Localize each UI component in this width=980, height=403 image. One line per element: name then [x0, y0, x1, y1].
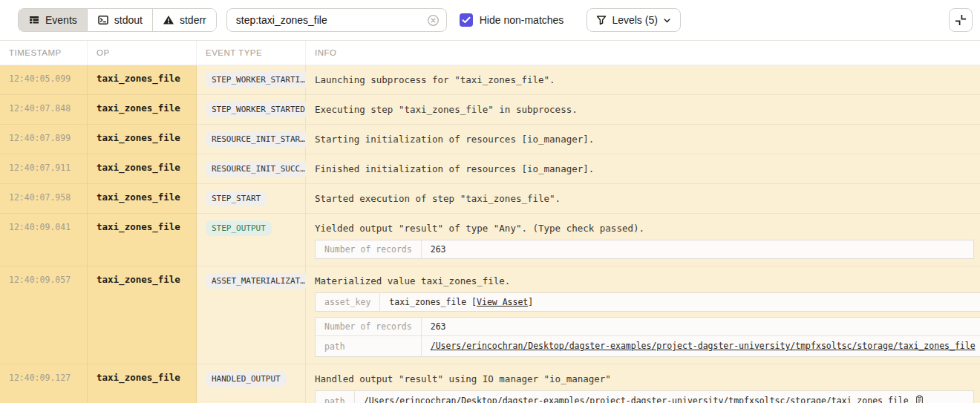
- warning-icon: [163, 14, 174, 26]
- column-header-info: INFO: [306, 41, 980, 65]
- op-cell: taxi_zones_file: [88, 183, 197, 213]
- metadata-table: Number of records263: [315, 240, 974, 259]
- column-header-event-type: EVENT TYPE: [197, 41, 306, 65]
- table-row[interactable]: 12:40:07.848 taxi_zones_file STEP_WORKER…: [0, 94, 980, 124]
- terminal-icon: [97, 14, 109, 26]
- hide-non-matches-label: Hide non-matches: [480, 14, 564, 26]
- log-view-tabs: Events stdout stderr: [18, 8, 217, 32]
- event-message: Materialized value taxi_zones_file.: [315, 273, 980, 287]
- op-cell: taxi_zones_file: [88, 124, 197, 154]
- metadata-value: /Users/erincochran/Desktop/dagster-examp…: [421, 336, 980, 357]
- checkbox-checked-icon[interactable]: [460, 13, 473, 27]
- levels-label: Levels (5): [612, 14, 657, 26]
- log-filter: [226, 8, 447, 32]
- table-row[interactable]: 12:40:05.099 taxi_zones_file STEP_WORKER…: [0, 65, 980, 94]
- metadata-value: /Users/erincochran/Desktop/dagster-examp…: [354, 391, 973, 403]
- metadata-value: 263: [421, 318, 980, 336]
- info-cell: Launching subprocess for "taxi_zones_fil…: [306, 65, 980, 94]
- info-cell: Executing step "taxi_zones_file" in subp…: [306, 94, 980, 124]
- event-type-cell: STEP_WORKER_STARTED: [197, 94, 306, 124]
- metadata-label: path: [316, 336, 422, 357]
- column-header-op: OP: [88, 41, 197, 65]
- op-cell: taxi_zones_file: [88, 154, 197, 183]
- op-cell: taxi_zones_file: [88, 266, 197, 364]
- event-message: Yielded output "result" of type "Any". (…: [315, 220, 974, 235]
- metadata-value: 263: [421, 240, 973, 259]
- column-header-timestamp: TIMESTAMP: [0, 41, 88, 65]
- info-cell: Yielded output "result" of type "Any". (…: [306, 213, 980, 266]
- op-cell: taxi_zones_file: [88, 213, 197, 266]
- event-type-cell: ASSET_MATERIALIZAT…: [197, 266, 306, 364]
- metadata-label: Number of records: [316, 240, 422, 259]
- table-icon: [28, 14, 40, 26]
- event-type-badge: STEP_WORKER_STARTED: [206, 102, 311, 117]
- tab-events[interactable]: Events: [19, 9, 87, 31]
- event-message: Started execution of step "taxi_zones_fi…: [315, 191, 974, 205]
- metadata-label: Number of records: [316, 318, 422, 336]
- metadata-label: path: [316, 391, 355, 403]
- timestamp-cell[interactable]: 12:40:09.041: [0, 213, 88, 266]
- timestamp-cell[interactable]: 12:40:07.958: [0, 183, 88, 213]
- event-type-cell: STEP_OUTPUT: [197, 213, 306, 266]
- hide-non-matches-toggle[interactable]: Hide non-matches: [460, 13, 564, 27]
- copy-path-icon[interactable]: [915, 395, 924, 403]
- op-cell: taxi_zones_file: [88, 364, 197, 403]
- path-link[interactable]: /Users/erincochran/Desktop/dagster-examp…: [364, 396, 909, 403]
- tab-stderr-label: stderr: [180, 14, 206, 26]
- events-table-body: 12:40:05.099 taxi_zones_file STEP_WORKER…: [0, 65, 980, 403]
- metadata-value: taxi_zones_file [View Asset]: [380, 293, 980, 312]
- event-type-cell: RESOURCE_INIT_STAR…: [197, 124, 306, 154]
- timestamp-cell[interactable]: 12:40:07.848: [0, 94, 88, 124]
- events-table-header: TIMESTAMP OP EVENT TYPE INFO: [0, 41, 980, 65]
- info-cell: Finished initialization of resources [io…: [306, 154, 980, 183]
- table-row[interactable]: 12:40:09.057 taxi_zones_file ASSET_MATER…: [0, 266, 980, 364]
- event-type-cell: HANDLED_OUTPUT: [197, 364, 306, 403]
- log-toolbar: Events stdout stderr Hide non-matches: [0, 0, 980, 41]
- info-cell: Starting initialization of resources [io…: [306, 124, 980, 154]
- info-cell: Handled output "result" using IO manager…: [306, 364, 980, 403]
- event-type-badge: STEP_OUTPUT: [206, 220, 272, 236]
- event-type-badge: ASSET_MATERIALIZAT…: [206, 273, 311, 289]
- event-message: Executing step "taxi_zones_file" in subp…: [315, 102, 974, 116]
- timestamp-cell[interactable]: 12:40:07.911: [0, 154, 88, 183]
- metadata-table: Number of records263path/Users/erincochr…: [315, 317, 980, 357]
- levels-filter-button[interactable]: Levels (5): [587, 8, 680, 32]
- op-cell: taxi_zones_file: [88, 65, 197, 94]
- search-input[interactable]: [226, 8, 447, 32]
- collapse-icon: [955, 14, 967, 26]
- info-cell: Materialized value taxi_zones_file. asse…: [306, 266, 980, 364]
- clear-search-icon[interactable]: [427, 13, 440, 27]
- chevron-down-icon: [663, 16, 671, 24]
- tab-stdout-label: stdout: [114, 14, 143, 26]
- event-type-cell: STEP_WORKER_STARTI…: [197, 65, 306, 94]
- tab-events-label: Events: [45, 14, 77, 26]
- event-message: Handled output "result" using IO manager…: [315, 371, 974, 385]
- funnel-icon: [596, 15, 607, 25]
- table-row[interactable]: 12:40:07.958 taxi_zones_file STEP_START …: [0, 183, 980, 213]
- table-row[interactable]: 12:40:07.911 taxi_zones_file RESOURCE_IN…: [0, 154, 980, 183]
- event-type-cell: STEP_START: [197, 183, 306, 213]
- event-type-badge: HANDLED_OUTPUT: [206, 371, 287, 387]
- table-row[interactable]: 12:40:07.899 taxi_zones_file RESOURCE_IN…: [0, 124, 980, 154]
- timestamp-cell[interactable]: 12:40:05.099: [0, 65, 88, 94]
- metadata-table: path/Users/erincochran/Desktop/dagster-e…: [315, 390, 974, 403]
- event-message: Launching subprocess for "taxi_zones_fil…: [315, 72, 974, 86]
- timestamp-cell[interactable]: 12:40:09.057: [0, 266, 88, 364]
- event-message: Finished initialization of resources [io…: [315, 161, 974, 175]
- table-row[interactable]: 12:40:09.127 taxi_zones_file HANDLED_OUT…: [0, 364, 980, 403]
- tab-stderr[interactable]: stderr: [152, 9, 216, 31]
- table-row[interactable]: 12:40:09.041 taxi_zones_file STEP_OUTPUT…: [0, 213, 980, 266]
- event-message: Starting initialization of resources [io…: [315, 131, 974, 145]
- tab-stdout[interactable]: stdout: [87, 9, 152, 31]
- event-type-badge: RESOURCE_INIT_STAR…: [206, 131, 311, 147]
- path-link[interactable]: /Users/erincochran/Desktop/dagster-examp…: [431, 341, 976, 351]
- event-type-badge: STEP_WORKER_STARTI…: [206, 72, 311, 88]
- event-type-badge: RESOURCE_INIT_SUCC…: [206, 161, 311, 177]
- collapse-panel-button[interactable]: [949, 8, 973, 32]
- timestamp-cell[interactable]: 12:40:09.127: [0, 364, 88, 403]
- metadata-table: asset_keytaxi_zones_file [View Asset]: [315, 292, 980, 312]
- view-asset-link[interactable]: View Asset: [477, 297, 528, 307]
- metadata-label: asset_key: [316, 293, 380, 312]
- timestamp-cell[interactable]: 12:40:07.899: [0, 124, 88, 154]
- info-cell: Started execution of step "taxi_zones_fi…: [306, 183, 980, 213]
